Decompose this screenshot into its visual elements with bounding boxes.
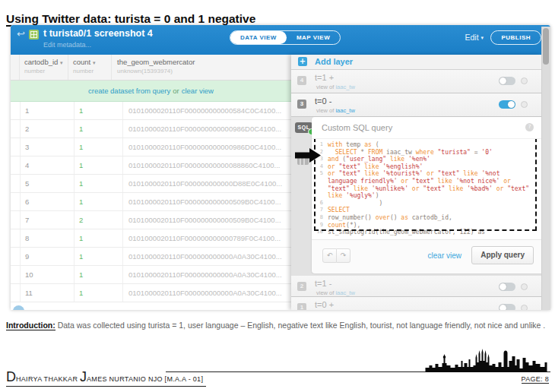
cell-cartodb-id: 5 — [21, 175, 75, 192]
cell-count: 1 — [75, 156, 123, 174]
layer-row-t1-plus[interactable]: 4 t=1 + view of iaac_tw — [291, 70, 541, 93]
row-gutter — [11, 229, 21, 247]
cell-geom: 0101000020110F000000000000D88E0C4100... — [123, 175, 291, 192]
cell-count: 1 — [75, 120, 123, 138]
toggle-knob — [500, 305, 506, 310]
layer-source-link[interactable]: iaac_tw — [335, 289, 354, 296]
tab-data-view[interactable]: DATA VIEW — [230, 31, 287, 44]
layer-order-badge: 4 — [297, 76, 306, 85]
sql-code-line[interactable]: 3and ("user_lang" like '%en%' — [312, 156, 541, 163]
table-row[interactable]: 610101000020110F000000000000509B0C4100..… — [11, 193, 291, 211]
sql-code-line[interactable]: "text" like '%unlike%' or "text" like '%… — [312, 185, 541, 193]
column-header-cartodb-id[interactable]: cartodb_id ▾ number — [20, 55, 68, 80]
clear-view-link[interactable]: clear view — [182, 87, 214, 95]
back-arrow-icon[interactable]: ↩ — [17, 28, 25, 40]
table-row[interactable]: 1110101000020110F000000000000A0A30C4100.… — [11, 284, 291, 302]
scrollbar-thumb[interactable] — [543, 28, 549, 65]
cell-geom: 0101000020110F000000000000509B0C4100... — [123, 211, 291, 229]
layer-source-link[interactable]: iaac_tw — [335, 107, 354, 114]
cartodb-app-screenshot: ↩ t turista0/1 screenshot 4 Edit metadat… — [11, 25, 550, 310]
info-icon[interactable]: ? — [525, 123, 534, 131]
sql-code-line[interactable]: language friendly%' or "text" like '%not… — [312, 178, 541, 185]
edit-metadata-link[interactable]: Edit metadata... — [43, 41, 91, 49]
sql-code-line[interactable]: 7SELECT — [312, 207, 541, 214]
query-notice-bar: create dataset from query or clear view — [11, 81, 291, 102]
add-layer-button[interactable]: + Add layer — [291, 55, 541, 70]
sql-code-line[interactable]: 9count(*), — [312, 222, 541, 229]
layer-row-t0-minus[interactable]: 3 t=0 - view of iaac_tw — [291, 93, 541, 117]
column-type: number — [73, 68, 111, 74]
layer-radio-icon[interactable] — [521, 77, 528, 84]
undo-button[interactable]: ↶ — [322, 248, 337, 263]
apply-query-button[interactable]: Apply query — [471, 246, 534, 264]
sql-clear-view-link[interactable]: clear view — [428, 251, 461, 260]
row-gutter — [11, 175, 21, 192]
layer-row-t1-minus[interactable]: 2 t=1 - view of iaac_tw — [291, 276, 541, 297]
layer-name: t=0 - — [315, 96, 331, 106]
row-gutter — [11, 102, 21, 119]
code-text: count(*), — [328, 222, 360, 229]
code-text: language friendly%' or "text" like '%not… — [328, 178, 511, 185]
column-header-the-geom-webmercator[interactable]: the_geom_webmercator unknown(15393974) — [112, 55, 291, 80]
sql-code-line[interactable]: 4or "text" like '%english%' — [312, 163, 541, 171]
table-row[interactable]: 410101000020110F00000000000088860C4100..… — [11, 156, 291, 175]
sql-tab-icon[interactable]: SQL — [295, 122, 312, 133]
layer-view-of: view of iaac_tw — [316, 107, 355, 114]
dataset-title[interactable]: t turista0/1 screenshot 4 — [43, 28, 153, 39]
sql-code-line[interactable]: like '%ugly%') — [312, 192, 541, 200]
layer-source-link[interactable]: iaac_tw — [335, 84, 354, 90]
page-title: Using Twitter data: turista = 0 and 1 ne… — [6, 12, 255, 26]
column-header-count[interactable]: count ▾ number — [68, 55, 112, 80]
page-number: PAGE: 8 — [522, 375, 549, 384]
cell-cartodb-id: 6 — [21, 193, 75, 210]
row-gutter — [11, 266, 21, 283]
skyline-silhouette — [424, 346, 552, 372]
sql-code-line[interactable]: 2 SELECT * FROM iaac_tw where "turista" … — [312, 149, 541, 156]
table-row[interactable]: 1010101000020110F000000000000A0A30C4100.… — [11, 266, 291, 284]
line-number — [312, 192, 328, 200]
sql-code-lines: 1with temp as (2 SELECT * FROM iaac_tw w… — [312, 139, 541, 236]
table-row[interactable]: 910101000020110F000000000000A0A30C4100..… — [11, 248, 291, 266]
table-row[interactable]: 210101000020110F000000000000986D0C4100..… — [11, 120, 291, 138]
layer-row-t0-plus[interactable]: 1 t=0 + view of iaac_tw — [291, 297, 541, 310]
layer-visibility-toggle[interactable] — [499, 304, 515, 310]
table-row[interactable]: 510101000020110F000000000000D88E0C4100..… — [11, 175, 291, 193]
sql-panel-title: Custom SQL query — [322, 123, 392, 132]
sql-code-editor[interactable]: 1with temp as (2 SELECT * FROM iaac_tw w… — [312, 139, 541, 239]
layer-visibility-toggle[interactable] — [499, 100, 515, 109]
table-row[interactable]: 310101000020110F000000000000986D0C4100..… — [11, 138, 291, 156]
cell-count: 1 — [75, 284, 123, 302]
layer-radio-icon[interactable] — [521, 101, 528, 108]
layer-name: t=1 - — [315, 279, 331, 288]
layer-name: t=1 + — [315, 73, 334, 82]
publish-button[interactable]: PUBLISH — [490, 30, 541, 45]
table-row[interactable]: 720101000020110F000000000000509B0C4100..… — [11, 211, 291, 229]
create-dataset-from-query-link[interactable]: create dataset from query — [88, 87, 170, 95]
sql-code-line[interactable]: 1with temp as ( — [312, 141, 541, 149]
tab-map-view[interactable]: MAP VIEW — [287, 31, 340, 44]
sort-arrow-icon[interactable]: ▾ — [60, 60, 63, 66]
layer-visibility-toggle[interactable] — [499, 283, 515, 291]
sql-code-line[interactable]: 5or "text" like '%tourist%' or "text" li… — [312, 170, 541, 178]
cell-count: 1 — [75, 193, 123, 210]
sql-code-line[interactable]: 6 ) — [312, 200, 541, 207]
gutter-column-header — [11, 55, 20, 80]
edit-menu-button[interactable]: Edit ▾ — [465, 33, 484, 42]
redo-button[interactable]: ↷ — [337, 248, 350, 263]
cell-geom: 0101000020110F000000000000A0A30C4100... — [123, 284, 291, 302]
table-row[interactable]: 110101000020110F000000000000584C0C4100..… — [11, 102, 291, 120]
table-row[interactable]: 810101000020110F000000000000789F0C4100..… — [11, 229, 291, 248]
row-gutter — [11, 211, 21, 229]
table-header-row: cartodb_id ▾ number count ▾ number the_g… — [11, 55, 291, 81]
layer-visibility-toggle[interactable] — [499, 77, 515, 85]
layer-radio-icon[interactable] — [521, 305, 528, 310]
sql-code-line[interactable]: 10st_snaptogrid(the_geom_webmercator, 12… — [312, 229, 541, 236]
sql-panel: Custom SQL query ? 1with temp as (2 SELE… — [312, 117, 541, 273]
scrollbar[interactable] — [541, 27, 550, 310]
cell-count: 1 — [75, 175, 123, 192]
cell-geom: 0101000020110F000000000000A0A30C4100... — [123, 266, 291, 283]
sort-arrow-icon[interactable]: ▾ — [93, 60, 96, 66]
sql-code-line[interactable]: 8row_number() over() as cartodb_id, — [312, 214, 541, 222]
layer-radio-icon[interactable] — [521, 283, 528, 290]
toggle-knob — [500, 77, 506, 84]
